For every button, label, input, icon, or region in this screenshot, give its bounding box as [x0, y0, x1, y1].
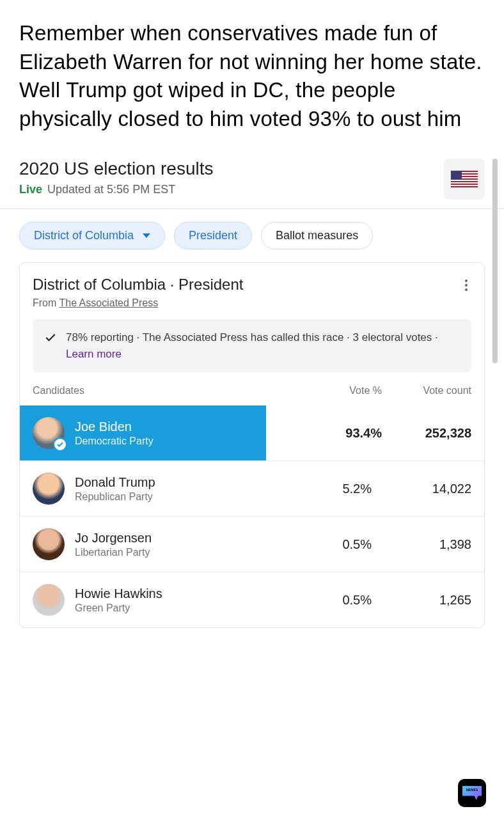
more-menu-button[interactable] [461, 276, 471, 295]
office-chip[interactable]: President [174, 222, 252, 249]
avatar [33, 584, 65, 616]
results-title: 2020 US election results [19, 159, 214, 179]
candidate-name: Howie Hawkins [75, 586, 291, 601]
learn-more-link[interactable]: Learn more [66, 348, 122, 360]
vote-pct: 5.2% [301, 482, 372, 496]
vote-pct: 0.5% [301, 537, 372, 552]
candidate-row: Joe Biden Democratic Party 93.4% 252,328 [20, 405, 484, 460]
region-chip-label: District of Columbia [34, 229, 134, 242]
candidate-row: Donald Trump Republican Party 5.2% 14,02… [20, 460, 484, 516]
col-vote-count: Vote count [382, 385, 471, 397]
check-icon [44, 331, 57, 344]
results-card: District of Columbia · President From Th… [19, 262, 485, 628]
card-title: District of Columbia · President [33, 276, 243, 294]
avatar [33, 473, 65, 505]
flag-icon [444, 159, 485, 200]
candidate-name: Jo Jorgensen [75, 531, 291, 546]
candidate-party: Libertarian Party [75, 547, 291, 558]
region-chip[interactable]: District of Columbia [19, 222, 165, 249]
vote-count: 252,328 [382, 426, 471, 441]
ballot-chip[interactable]: Ballot measures [261, 222, 373, 249]
source-link[interactable]: The Associated Press [59, 297, 158, 308]
candidate-party: Republican Party [75, 491, 291, 503]
avatar [33, 528, 65, 560]
vote-count: 1,265 [382, 593, 471, 608]
source-prefix: From [33, 297, 59, 308]
candidate-party: Green Party [75, 602, 291, 614]
candidate-name: Joe Biden [75, 420, 253, 434]
post-commentary: Remember when conservatives made fun of … [0, 0, 504, 159]
candidate-row: Jo Jorgensen Libertarian Party 0.5% 1,39… [20, 516, 484, 572]
vote-count: 14,022 [382, 482, 471, 496]
winner-check-icon [53, 437, 67, 452]
updated-timestamp: Updated at 5:56 PM EST [47, 183, 175, 196]
chevron-down-icon [143, 233, 150, 238]
vote-pct: 0.5% [301, 593, 372, 608]
vote-pct: 93.4% [311, 426, 382, 441]
race-status-box: 78% reporting · The Associated Press has… [33, 319, 471, 372]
live-badge: Live [19, 183, 42, 196]
candidate-party: Democratic Party [75, 436, 253, 447]
ballot-chip-label: Ballot measures [276, 229, 358, 242]
status-text: 78% reporting · The Associated Press has… [66, 331, 438, 343]
avatar [33, 417, 65, 449]
candidate-name: Donald Trump [75, 475, 291, 490]
election-results-panel: 2020 US election results Live Updated at… [0, 159, 504, 628]
candidate-row: Howie Hawkins Green Party 0.5% 1,265 [20, 572, 484, 627]
filter-chips: District of Columbia President Ballot me… [19, 209, 485, 262]
office-chip-label: President [189, 229, 237, 242]
col-vote-pct: Vote % [311, 385, 382, 397]
col-candidates: Candidates [33, 385, 311, 397]
scrollbar[interactable] [492, 159, 498, 363]
vote-count: 1,398 [382, 537, 471, 552]
